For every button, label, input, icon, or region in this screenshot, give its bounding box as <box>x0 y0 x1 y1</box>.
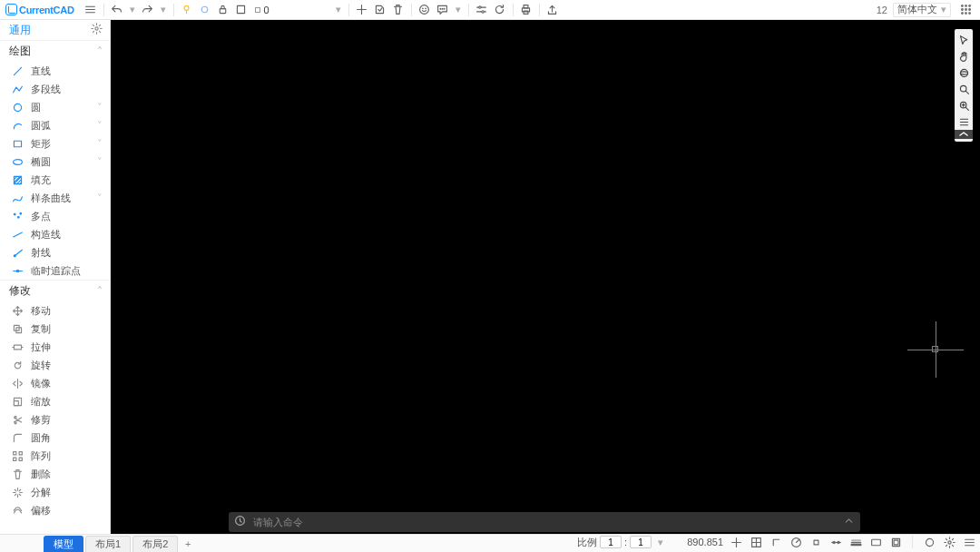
sidebar-item-copy[interactable]: 复制 <box>0 320 110 338</box>
view-list-icon[interactable] <box>956 113 972 130</box>
array-icon <box>11 449 24 462</box>
snap-toggle-icon[interactable] <box>729 535 743 549</box>
menu-toggle-icon[interactable] <box>82 1 100 19</box>
undo-icon[interactable] <box>108 1 126 19</box>
sidebar-item-label: 圆 <box>31 101 41 114</box>
sidebar-item-trim[interactable]: 修剪 <box>0 410 110 429</box>
layer-dropdown[interactable]: ▾ <box>332 4 345 15</box>
sidebar-group-modify[interactable]: 修改 ˄ <box>0 280 110 301</box>
layer-color-icon[interactable] <box>232 1 250 19</box>
cursor-crosshair <box>907 321 964 378</box>
scale-numerator[interactable] <box>600 536 622 548</box>
circle-icon <box>11 101 24 113</box>
notification-count[interactable]: 12 <box>877 5 887 15</box>
svg-point-5 <box>423 8 424 9</box>
redo-dropdown[interactable]: ▾ <box>157 4 170 15</box>
polar-toggle-icon[interactable] <box>789 535 803 549</box>
command-expand-icon[interactable] <box>843 514 855 530</box>
print-icon[interactable] <box>517 1 535 19</box>
add-icon[interactable] <box>353 1 371 19</box>
layer-freeze-icon[interactable] <box>196 1 214 19</box>
render-icon[interactable] <box>922 535 936 549</box>
scale-denominator[interactable] <box>630 536 652 548</box>
sidebar-item-stretch[interactable]: 拉伸 <box>0 338 110 356</box>
layout-tab[interactable]: 模型 <box>44 536 83 552</box>
otrack-toggle-icon[interactable] <box>828 535 843 549</box>
sidebar-item-arc[interactable]: 圆弧˅ <box>0 116 110 134</box>
app-menu-icon[interactable] <box>956 1 975 19</box>
sidebar-item-fillet[interactable]: 圆角 <box>0 429 110 447</box>
sidebar-item-rect[interactable]: 矩形˅ <box>0 134 110 153</box>
sidebar-item-ray[interactable]: 射线 <box>0 243 110 261</box>
pan-tool-icon[interactable] <box>956 48 972 64</box>
track-icon <box>11 264 24 277</box>
layout-tab[interactable]: 布局2 <box>132 536 178 552</box>
settings-sliders-icon[interactable] <box>473 1 491 19</box>
refresh-icon[interactable] <box>491 1 509 19</box>
layout-tab[interactable]: 布局1 <box>85 536 131 552</box>
coordinate-readout: 890.851 <box>672 537 723 547</box>
sidebar-item-circle[interactable]: 圆˅ <box>0 98 110 116</box>
sidebar-item-mirror[interactable]: 镜像 <box>0 374 110 392</box>
sidebar-item-points[interactable]: 多点 <box>0 207 110 225</box>
dynamic-input-icon[interactable] <box>868 535 883 549</box>
command-history-icon[interactable] <box>234 514 246 530</box>
svg-point-11 <box>482 11 484 13</box>
svg-point-24 <box>95 27 98 30</box>
sidebar-item-track[interactable]: 临时追踪点 <box>0 261 110 280</box>
collapse-tools-icon[interactable] <box>955 130 973 139</box>
sidebar-item-xline[interactable]: 构造线 <box>0 225 110 243</box>
undo-dropdown[interactable]: ▾ <box>126 4 139 15</box>
sidebar-tab-common[interactable]: 通用 <box>9 23 31 38</box>
export-icon[interactable] <box>544 1 562 19</box>
language-selector[interactable]: 简体中文 ▾ <box>893 3 951 17</box>
osnap-toggle-icon[interactable] <box>808 535 823 549</box>
sidebar-item-spline[interactable]: 样条曲线˅ <box>0 189 110 207</box>
sidebar-item-offset[interactable]: 偏移 <box>0 501 110 519</box>
zoom-extents-icon[interactable] <box>956 97 972 113</box>
model-paper-toggle-icon[interactable] <box>888 535 903 549</box>
sidebar-settings-icon[interactable] <box>91 23 103 37</box>
redo-icon[interactable] <box>139 1 157 19</box>
settings-gear-icon[interactable] <box>942 535 956 549</box>
cursor-tool-icon[interactable] <box>956 32 972 48</box>
toggle-layer-icon[interactable] <box>371 1 389 19</box>
sidebar-item-polyline[interactable]: 多段线 <box>0 80 110 98</box>
chevron-down-icon: ˅ <box>97 192 103 204</box>
sidebar-item-hatch[interactable]: 填充 <box>0 171 110 189</box>
drawing-canvas[interactable] <box>111 20 980 534</box>
sidebar-item-label: 圆弧 <box>31 119 51 133</box>
ray-icon <box>11 246 24 259</box>
sidebar-item-move[interactable]: 移动 <box>0 301 110 320</box>
sidebar-group-draw[interactable]: 绘图 ˄ <box>0 40 110 62</box>
sidebar-item-array[interactable]: 阵列 <box>0 447 110 465</box>
comment-dropdown[interactable]: ▾ <box>452 4 465 15</box>
chevron-up-icon: ˄ <box>97 285 103 298</box>
sidebar-item-explode[interactable]: 分解 <box>0 483 110 501</box>
chevron-down-icon: ˅ <box>97 156 103 168</box>
lineweight-toggle-icon[interactable] <box>848 535 863 549</box>
sidebar-item-ellipse[interactable]: 椭圆˅ <box>0 153 110 171</box>
add-layout-tab[interactable]: + <box>180 538 196 549</box>
grid-toggle-icon[interactable] <box>749 535 763 549</box>
svg-point-4 <box>420 5 429 15</box>
sidebar-item-label: 修剪 <box>31 413 51 427</box>
layer-lock-icon[interactable] <box>214 1 232 19</box>
zoom-window-icon[interactable] <box>956 81 972 97</box>
trash-icon[interactable] <box>389 1 407 19</box>
orbit-tool-icon[interactable] <box>956 64 972 81</box>
smile-icon[interactable] <box>416 1 434 19</box>
status-more-icon[interactable] <box>962 535 976 549</box>
sidebar-item-rotate[interactable]: 旋转 <box>0 356 110 374</box>
scale-dropdown[interactable]: ▾ <box>654 537 667 548</box>
sidebar-item-delete[interactable]: 删除 <box>0 465 110 483</box>
command-input[interactable] <box>253 517 836 527</box>
svg-point-17 <box>968 5 970 7</box>
ortho-toggle-icon[interactable] <box>769 535 783 549</box>
sidebar-item-line[interactable]: 直线 <box>0 62 110 80</box>
layer-visibility-icon[interactable] <box>178 1 196 19</box>
current-layer-field[interactable]: 0 <box>250 3 332 17</box>
sidebar-item-scale[interactable]: 缩放 <box>0 392 110 410</box>
comment-icon[interactable] <box>434 1 452 19</box>
svg-rect-37 <box>14 400 18 405</box>
